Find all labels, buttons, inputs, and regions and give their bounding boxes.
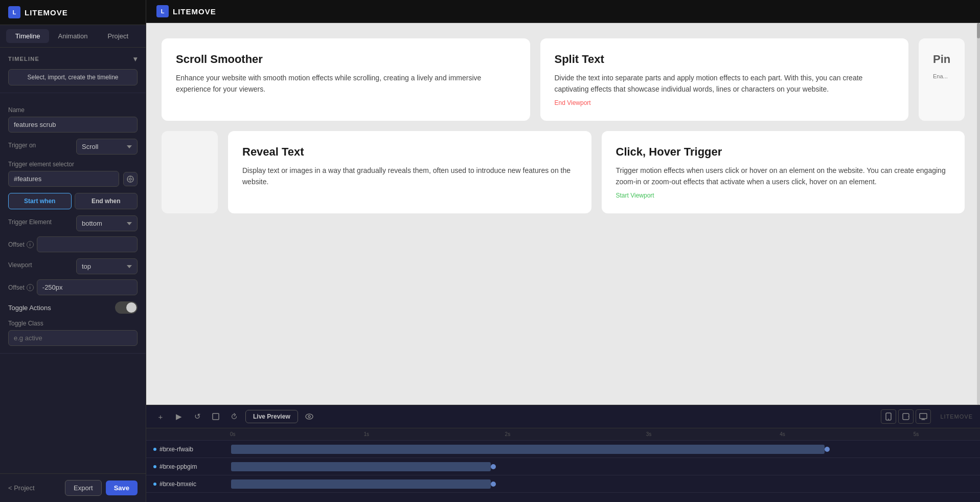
save-button[interactable]: Save: [106, 481, 138, 495]
offset-end-row: Offset i: [8, 279, 138, 295]
mobile-button[interactable]: [881, 409, 896, 424]
start-when-button[interactable]: Start when: [8, 193, 72, 209]
track-label-2: #brxe-ppbgim: [159, 463, 231, 470]
desktop-button[interactable]: [916, 409, 931, 424]
sidebar-footer: < Project Export Save: [0, 473, 146, 502]
track-bar-area-2: [231, 462, 973, 471]
tab-project[interactable]: Project: [97, 29, 140, 43]
name-label: Name: [8, 106, 138, 114]
toggle-class-row: Toggle Class: [8, 320, 138, 346]
partial-card-left: [162, 131, 218, 213]
timeline-toolbar: + ▶ ↺ Live Preview: [146, 405, 980, 428]
trigger-element-selector-input[interactable]: [8, 171, 119, 187]
play-button[interactable]: ▶: [172, 409, 186, 424]
split-text-label: End Viewport: [555, 99, 895, 106]
scrollbar[interactable]: [977, 23, 980, 405]
ruler-0s: 0s: [230, 431, 236, 437]
svg-point-1: [129, 178, 131, 180]
trigger-element-select[interactable]: bottom top center: [76, 215, 138, 231]
track-row-2: #brxe-ppbgim: [146, 458, 980, 475]
toggle-class-input[interactable]: [8, 330, 138, 346]
timeline-section: TIMELINE ▾ Select, import, create the ti…: [0, 48, 146, 93]
preview-content: Scroll Smoother Enhance your website wit…: [146, 23, 980, 229]
trigger-on-select[interactable]: Scroll Click Hover Load: [76, 139, 138, 155]
click-hover-title: Click, Hover Trigger: [616, 145, 951, 159]
offset-info-icon: i: [27, 241, 34, 248]
offset-start-row: Offset i: [8, 236, 138, 252]
split-text-desc: Divide the text into separate parts and …: [555, 72, 895, 95]
offset-start-input[interactable]: [37, 236, 138, 252]
card-row-1: Scroll Smoother Enhance your website wit…: [162, 38, 965, 121]
device-buttons: [881, 409, 931, 424]
viewport-label: Viewport: [8, 261, 32, 269]
name-input[interactable]: [8, 117, 138, 133]
click-hover-desc: Trigger motion effects when users click …: [616, 165, 951, 188]
ruler-5s: 5s: [914, 431, 919, 437]
click-hover-label: Start Viewport: [616, 192, 951, 199]
svg-point-7: [306, 414, 313, 419]
click-hover-card: Click, Hover Trigger Trigger motion effe…: [602, 131, 965, 213]
sidebar-logo-letter: L: [13, 9, 16, 15]
main-area: L LITEMOVE Scroll Smoother Enhance your …: [146, 0, 980, 502]
pin-card: Pin Ena...: [919, 38, 965, 121]
top-bar: L LITEMOVE: [146, 0, 980, 23]
track-end-dot-2[interactable]: [491, 464, 496, 469]
live-preview-button[interactable]: Live Preview: [245, 410, 298, 423]
svg-rect-6: [213, 413, 219, 420]
tablet-button[interactable]: [898, 409, 914, 424]
eye-button[interactable]: [302, 409, 316, 424]
refresh-button[interactable]: [227, 409, 241, 424]
target-icon[interactable]: [123, 172, 138, 186]
top-logo-letter: L: [161, 8, 165, 14]
sidebar-logo-text: LITEMOVE: [25, 8, 68, 17]
timeline-tracks: #brxe-rfwaib #brxe-ppbgim #brxe-bmxeic: [146, 441, 980, 502]
repeat-button[interactable]: ↺: [190, 409, 204, 424]
ruler-3s: 3s: [646, 431, 652, 437]
track-label-3: #brxe-bmxeic: [159, 481, 231, 488]
nav-tabs: Timeline Animation Project: [0, 25, 146, 48]
top-logo-box: L: [156, 5, 169, 17]
split-text-card: Split Text Divide the text into separate…: [540, 38, 909, 121]
viewport-select[interactable]: top center bottom: [76, 258, 138, 274]
sidebar: L LITEMOVE Timeline Animation Project TI…: [0, 0, 146, 502]
track-indicator-3: [153, 483, 156, 486]
track-bar-3[interactable]: [231, 479, 491, 489]
export-button[interactable]: Export: [65, 480, 102, 496]
track-bar-1[interactable]: [231, 445, 825, 454]
preview-area[interactable]: Scroll Smoother Enhance your website wit…: [146, 23, 980, 405]
trigger-on-label: Trigger on: [8, 142, 36, 149]
add-button[interactable]: +: [153, 409, 168, 424]
card-row-2: Reveal Text Display text or images in a …: [162, 131, 965, 213]
track-bar-2[interactable]: [231, 462, 491, 471]
select-timeline-button[interactable]: Select, import, create the timeline: [8, 69, 138, 85]
collapse-icon[interactable]: ▾: [133, 55, 138, 63]
track-row-3: #brxe-bmxeic: [146, 475, 980, 493]
offset-end-input[interactable]: [37, 279, 138, 295]
toggle-actions-row: Toggle Actions: [8, 301, 138, 314]
ruler-1s: 1s: [364, 431, 370, 437]
track-end-dot-1[interactable]: [825, 447, 830, 452]
toggle-actions-switch[interactable]: [115, 301, 138, 314]
pin-desc: Ena...: [933, 72, 950, 81]
expand-button[interactable]: [209, 409, 223, 424]
section-title: TIMELINE: [8, 56, 39, 62]
fields-section: Name Trigger on Scroll Click Hover Load …: [0, 93, 146, 354]
ruler-4s: 4s: [780, 431, 785, 437]
scroll-smoother-card: Scroll Smoother Enhance your website wit…: [162, 38, 530, 121]
tab-animation[interactable]: Animation: [51, 29, 94, 43]
tab-timeline[interactable]: Timeline: [6, 29, 49, 43]
top-logo-name: LITEMOVE: [173, 7, 216, 16]
track-bar-area-3: [231, 479, 973, 489]
svg-point-12: [908, 416, 909, 417]
track-end-dot-3[interactable]: [491, 482, 496, 487]
toggle-actions-label: Toggle Actions: [8, 304, 51, 312]
scroll-smoother-desc: Enhance your website with smooth motion …: [176, 72, 516, 95]
scrollbar-thumb[interactable]: [977, 23, 980, 38]
trigger-selector-row: [8, 171, 138, 187]
track-row-1: #brxe-rfwaib: [146, 441, 980, 458]
reveal-text-title: Reveal Text: [242, 145, 577, 159]
end-when-button[interactable]: End when: [75, 193, 138, 209]
sidebar-header: L LITEMOVE: [0, 0, 146, 25]
ruler-marks: 0s 1s 2s 3s 4s 5s: [230, 428, 973, 440]
project-link[interactable]: < Project: [8, 484, 35, 492]
